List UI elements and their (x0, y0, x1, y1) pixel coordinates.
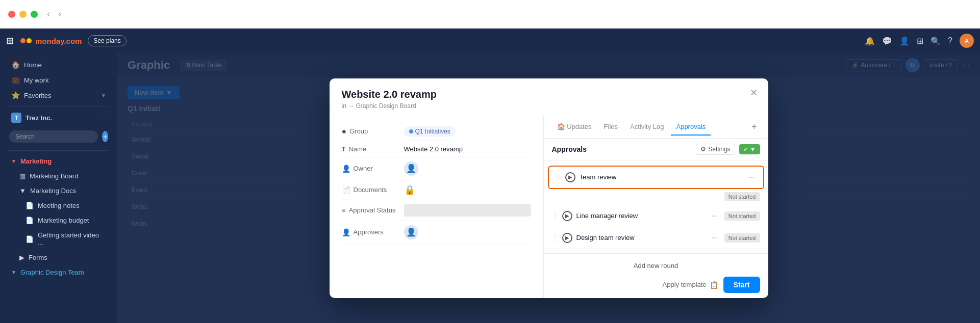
review-row-line-manager[interactable]: ⋮ ▶ Line manager review ··· Not started (544, 205, 768, 227)
section-divider-2 (8, 150, 109, 151)
settings-label: Settings (708, 146, 730, 153)
more-options-button[interactable]: ··· (709, 210, 720, 222)
tab-label: Approvals (676, 123, 706, 130)
close-icon: ✕ (750, 87, 758, 98)
sidebar-item-marketing-budget[interactable]: 📄 Marketing budget (3, 213, 114, 228)
user-avatar[interactable]: A (960, 34, 974, 48)
approvals-title: Approvals (552, 145, 587, 153)
triangle-icon: ▼ (11, 158, 16, 164)
tab-approvals[interactable]: Approvals (671, 119, 711, 136)
tab-files[interactable]: Files (599, 119, 623, 136)
more-options-button[interactable]: ··· (746, 172, 757, 183)
play-icon: ▶ (565, 172, 575, 182)
sidebar-item-getting-started[interactable]: 📄 Getting started video ... (3, 228, 114, 250)
modal-close-button[interactable]: ✕ (747, 86, 761, 100)
sidebar-item-label: Forms (29, 254, 47, 261)
doc-icon: 📄 (342, 186, 350, 194)
label-text: Approvers (354, 228, 384, 236)
sidebar-item-home[interactable]: 🏠 Home (3, 57, 114, 72)
maximize-button[interactable] (31, 11, 38, 18)
field-value-group[interactable]: Q1 Initiatives (404, 126, 531, 137)
review-row-team[interactable]: ⋮ ▶ Team review ··· (548, 166, 764, 189)
field-label-documents: 📄 Documents (342, 186, 398, 194)
sidebar-item-label: Marketing budget (38, 217, 89, 224)
sidebar-item-mywork[interactable]: 💼 My work (3, 72, 114, 88)
field-label-name: T Name (342, 145, 398, 153)
board-area: Graphic ⊞ Main Table ⚡ Automate / 1 U In… (117, 53, 980, 323)
not-started-badge-line-manager: Not started (724, 211, 760, 221)
see-plans-button[interactable]: See plans (88, 35, 126, 46)
team-review-status: Not started (544, 190, 768, 205)
label-text: Name (348, 145, 366, 153)
add-tab-icon[interactable]: + (748, 120, 760, 134)
nav-forward-button[interactable]: › (55, 8, 64, 20)
label-text: Group (349, 127, 368, 135)
bell-icon[interactable]: 🔔 (865, 36, 875, 46)
text-icon: T (342, 145, 346, 153)
check-dropdown-button[interactable]: ✓ ▼ (739, 144, 760, 154)
star-icon: ⭐ (11, 91, 20, 99)
tab-label: Files (604, 123, 618, 130)
sidebar-item-favorites[interactable]: ⭐ Favorites ▼ (3, 88, 114, 103)
start-button[interactable]: Start (723, 277, 760, 293)
more-options-button[interactable]: ··· (709, 232, 720, 244)
search-icon[interactable]: 🔍 (931, 36, 941, 46)
field-value-owner[interactable]: 👤 (404, 162, 531, 176)
sidebar-item-label: Graphic Design Team (20, 268, 84, 276)
sidebar-item-forms[interactable]: ▶ Forms (3, 250, 114, 265)
field-group: ● Group Q1 Initiatives (342, 122, 531, 141)
minimize-button[interactable] (19, 11, 27, 18)
modal-header: Website 2.0 revamp in → Graphic Design B… (330, 78, 768, 116)
sidebar-item-marketing-board[interactable]: ▦ Marketing Board (3, 169, 114, 183)
person-icon[interactable]: 👤 (899, 36, 910, 46)
group-chip: Q1 Initiatives (404, 126, 456, 137)
field-label-group: ● Group (342, 127, 398, 136)
nav-arrows: ‹ › (44, 8, 64, 20)
close-button[interactable] (8, 11, 15, 18)
modal-right: 🏠 Updates Files Activity Log (544, 116, 768, 298)
tab-updates[interactable]: 🏠 Updates (552, 119, 597, 136)
settings-button[interactable]: ⚙ Settings (696, 144, 735, 155)
search-input[interactable] (9, 130, 98, 143)
sidebar-item-label: Getting started video ... (38, 231, 106, 247)
review-row-design-team[interactable]: ⋮ ▶ Design team review ··· Not started (544, 227, 768, 249)
add-round-label: Add new round (634, 262, 678, 270)
template-icon: 📋 (710, 281, 718, 289)
field-value-name[interactable]: Website 2.0 revamp (404, 145, 531, 153)
chevron-down-icon: ▼ (11, 270, 16, 275)
grid-icon[interactable]: ⊞ (6, 35, 14, 46)
add-sidebar-button[interactable]: + (102, 131, 108, 142)
menu-icon: ≡ (342, 206, 346, 214)
help-icon[interactable]: ? (948, 36, 952, 45)
modal-body: ● Group Q1 Initiatives (330, 116, 768, 298)
tab-activity-log[interactable]: Activity Log (625, 119, 669, 136)
play-icon: ▶ (562, 211, 572, 221)
field-approvers: 👤 Approvers 👤 (342, 221, 531, 244)
drag-handle-icon: ⋮ (552, 212, 558, 220)
field-value-documents[interactable]: 🔒 (404, 184, 531, 196)
title-bar: ‹ › (0, 0, 980, 29)
modal-title: Website 2.0 revamp (342, 89, 756, 100)
sidebar: 🏠 Home 💼 My work ⭐ Favorites ▼ T Trez In… (0, 53, 117, 323)
field-documents: 📄 Documents 🔒 (342, 180, 531, 200)
sidebar-item-marketing-docs[interactable]: ▼ Marketing Docs (3, 183, 114, 198)
field-name: T Name Website 2.0 revamp (342, 141, 531, 157)
workspace-row[interactable]: T Trez Inc. ··· (3, 110, 114, 126)
owner-avatar: 👤 (404, 162, 418, 176)
nav-back-button[interactable]: ‹ (44, 8, 53, 20)
sidebar-item-label: Marketing Board (30, 172, 78, 180)
approvals-panel: Approvals ⚙ Settings ✓ ▼ (544, 139, 768, 298)
sidebar-item-marketing[interactable]: ▼ Marketing (3, 154, 114, 169)
field-value-approval[interactable] (404, 204, 531, 217)
chat-icon[interactable]: 💬 (882, 36, 892, 46)
apply-template-label: Apply template 📋 (663, 281, 718, 289)
sidebar-item-graphic-design[interactable]: ▼ Graphic Design Team (3, 265, 114, 280)
field-value-approvers[interactable]: 👤 (404, 225, 531, 239)
add-round-button[interactable]: Add new round (552, 259, 760, 273)
sidebar-item-label: Marketing (20, 157, 52, 165)
dropdown-icon: ▼ (750, 146, 756, 153)
circle-icon: ● (342, 127, 347, 136)
sidebar-item-meeting-notes[interactable]: 📄 Meeting notes (3, 198, 114, 213)
apps-icon[interactable]: ⊞ (917, 36, 923, 46)
main-content: 🏠 Home 💼 My work ⭐ Favorites ▼ T Trez In… (0, 53, 980, 323)
